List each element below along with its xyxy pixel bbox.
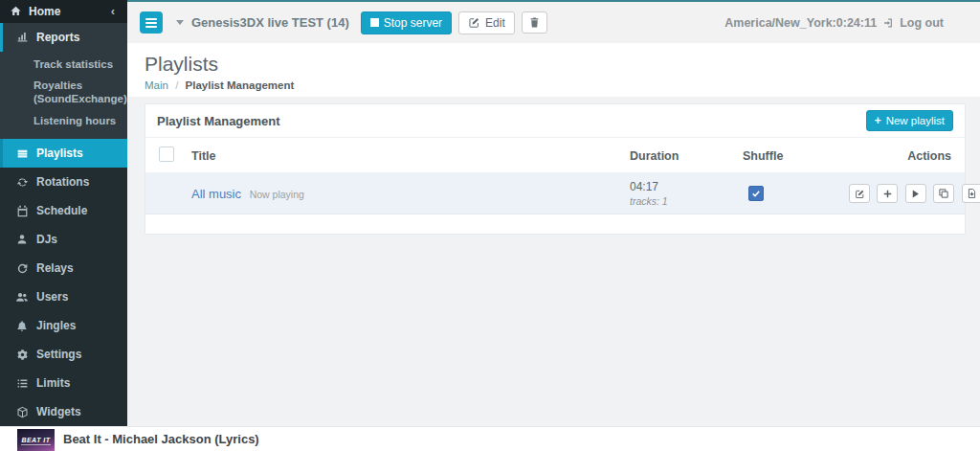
select-all-checkbox[interactable] bbox=[159, 147, 174, 162]
trash-icon bbox=[529, 16, 540, 29]
sidebar-item-schedule[interactable]: Schedule bbox=[0, 196, 127, 225]
sidebar-djs-label: DJs bbox=[36, 233, 57, 246]
gears-icon bbox=[15, 348, 29, 361]
new-playlist-button[interactable]: + New playlist bbox=[866, 110, 953, 131]
refresh-icon bbox=[15, 175, 29, 189]
column-header-title: Title bbox=[184, 138, 622, 173]
server-name[interactable]: Genesis3DX live TEST (14) bbox=[191, 15, 349, 30]
chevron-down-icon[interactable] bbox=[176, 20, 184, 25]
sidebar-item-reports[interactable]: Reports bbox=[0, 23, 127, 52]
sidebar-item-jingles[interactable]: Jingles bbox=[0, 311, 127, 340]
sidebar-collapse-icon[interactable]: ‹ bbox=[108, 4, 118, 18]
page-header: Playlists Main / Playlist Management bbox=[127, 43, 980, 97]
sidebar-item-royalties[interactable]: Royalties (SoundExchange) bbox=[33, 75, 127, 110]
add-tracks-button[interactable] bbox=[877, 184, 898, 203]
playlist-row: All music Now playing 04:17 tracks: 1 bbox=[145, 173, 965, 214]
breadcrumb-current: Playlist Management bbox=[186, 79, 295, 91]
list-lines-icon bbox=[15, 376, 29, 390]
user-icon bbox=[15, 233, 29, 246]
delete-server-button[interactable] bbox=[522, 11, 547, 34]
playlist-management-panel: Playlist Management + New playlist bbox=[145, 103, 966, 235]
current-track-title: Beat It - Michael Jackson (Lyrics) bbox=[63, 432, 259, 446]
check-icon bbox=[751, 189, 761, 198]
sidebar-item-rotations[interactable]: Rotations bbox=[0, 168, 127, 196]
reports-submenu: Track statistics Royalties (SoundExchang… bbox=[0, 52, 127, 134]
copy-icon bbox=[938, 188, 949, 199]
sidebar-item-track-statistics[interactable]: Track statistics bbox=[33, 54, 127, 75]
export-playlist-button[interactable] bbox=[962, 184, 980, 203]
bell-icon bbox=[15, 319, 29, 332]
shuffle-checkbox[interactable] bbox=[748, 186, 764, 201]
column-header-shuffle: Shuffle bbox=[735, 138, 838, 173]
edit-playlist-button[interactable] bbox=[849, 184, 870, 203]
breadcrumb: Main / Playlist Management bbox=[145, 79, 963, 91]
edit-server-label: Edit bbox=[485, 16, 505, 30]
play-playlist-button[interactable] bbox=[905, 184, 926, 203]
edit-icon bbox=[855, 189, 865, 199]
edit-server-button[interactable]: Edit bbox=[458, 11, 515, 34]
sidebar-schedule-label: Schedule bbox=[36, 204, 87, 217]
sidebar-item-playlists[interactable]: Playlists bbox=[0, 139, 127, 168]
sign-out-icon bbox=[882, 17, 895, 29]
plus-icon bbox=[882, 189, 893, 199]
sidebar-item-settings[interactable]: Settings bbox=[0, 340, 127, 369]
breadcrumb-main-link[interactable]: Main bbox=[145, 79, 168, 91]
hamburger-menu-button[interactable] bbox=[140, 11, 163, 34]
sidebar-item-limits[interactable]: Limits bbox=[0, 369, 127, 397]
logout-label: Log out bbox=[900, 16, 944, 30]
column-header-actions: Actions bbox=[838, 138, 965, 173]
sidebar-widgets-label: Widgets bbox=[36, 405, 81, 418]
sidebar-playlists-label: Playlists bbox=[36, 147, 83, 160]
logout-button[interactable]: Log out bbox=[882, 16, 944, 30]
stop-server-button[interactable]: Stop server bbox=[361, 11, 452, 34]
rotate-icon bbox=[15, 261, 29, 275]
sidebar-group-reports: Reports Track statistics Royalties (Soun… bbox=[0, 23, 127, 140]
calendar-icon bbox=[15, 204, 29, 217]
sidebar-item-users[interactable]: Users bbox=[0, 282, 127, 311]
now-playing-status: Now playing bbox=[250, 189, 304, 200]
pencil-square-icon bbox=[468, 16, 480, 29]
topbar: Genesis3DX live TEST (14) Stop server Ed… bbox=[127, 2, 980, 43]
stop-icon bbox=[370, 18, 379, 27]
sidebar-jingles-label: Jingles bbox=[36, 319, 76, 332]
sidebar-item-djs[interactable]: DJs bbox=[0, 225, 127, 254]
export-icon bbox=[967, 188, 977, 199]
duplicate-playlist-button[interactable] bbox=[933, 184, 954, 203]
sidebar-reports-label: Reports bbox=[36, 31, 79, 44]
sidebar: Home ‹ Reports Track statistics Royaltie… bbox=[0, 0, 127, 426]
playlists-table: Title Duration Shuffle Actions All music bbox=[145, 138, 965, 214]
home-icon bbox=[10, 5, 22, 17]
sidebar-limits-label: Limits bbox=[36, 376, 70, 390]
sidebar-relays-label: Relays bbox=[36, 261, 74, 275]
sidebar-rotations-label: Rotations bbox=[36, 175, 89, 189]
album-art: BEAT IT bbox=[17, 429, 55, 451]
album-art-text: BEAT IT bbox=[21, 437, 50, 445]
list-icon bbox=[15, 147, 29, 160]
page-title: Playlists bbox=[145, 53, 963, 76]
timezone-clock: America/New_York:0:24:11 bbox=[724, 16, 877, 30]
cube-icon bbox=[15, 405, 29, 418]
sidebar-settings-label: Settings bbox=[36, 348, 81, 361]
breadcrumb-separator: / bbox=[175, 79, 178, 91]
bar-chart-icon bbox=[15, 31, 29, 44]
plus-icon: + bbox=[875, 114, 881, 127]
content-area: Playlists Main / Playlist Management Pla… bbox=[127, 43, 980, 426]
new-playlist-label: New playlist bbox=[886, 115, 945, 126]
sidebar-item-listening-hours[interactable]: Listening hours bbox=[33, 110, 127, 131]
playlist-title-link[interactable]: All music bbox=[191, 187, 241, 201]
sidebar-item-relays[interactable]: Relays bbox=[0, 254, 127, 282]
playlist-duration: 04:17 bbox=[630, 180, 727, 193]
stop-server-label: Stop server bbox=[384, 16, 442, 30]
sidebar-users-label: Users bbox=[36, 290, 68, 304]
play-icon bbox=[910, 189, 921, 199]
sidebar-item-widgets[interactable]: Widgets bbox=[0, 397, 127, 426]
playlist-track-count: tracks: 1 bbox=[630, 195, 727, 207]
sidebar-home-label: Home bbox=[29, 5, 108, 18]
users-icon bbox=[15, 290, 29, 304]
column-header-duration: Duration bbox=[622, 138, 735, 173]
panel-title: Playlist Management bbox=[157, 114, 280, 128]
app-window: Home ‹ Reports Track statistics Royaltie… bbox=[0, 0, 980, 451]
now-playing-bar: BEAT IT Beat It - Michael Jackson (Lyric… bbox=[0, 426, 980, 451]
sidebar-item-home[interactable]: Home ‹ bbox=[0, 0, 127, 23]
